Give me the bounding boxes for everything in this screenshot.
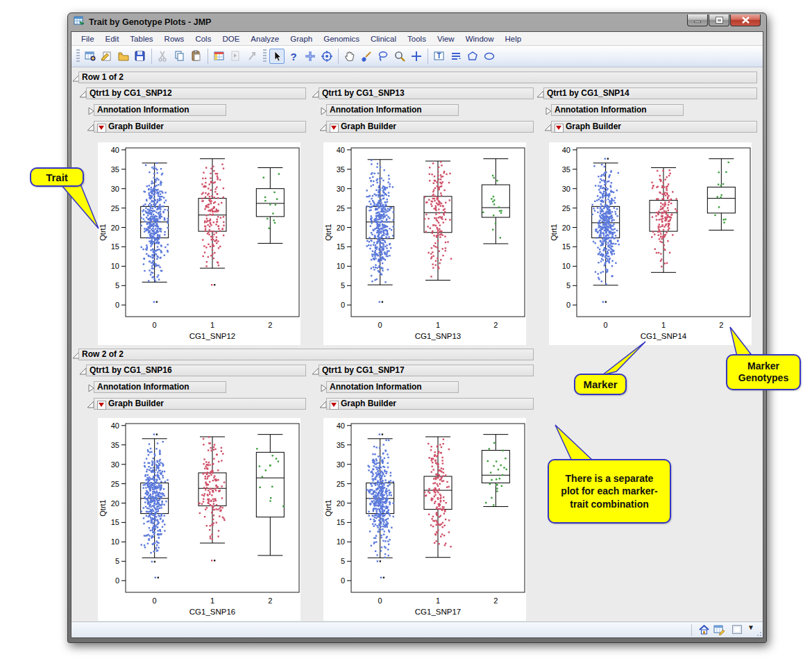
hand-grabber-icon[interactable]	[342, 49, 357, 64]
red-triangle-menu-icon[interactable]	[330, 124, 339, 133]
panel4-title[interactable]: Qtrt1 by CG1_SNP16	[86, 365, 306, 376]
svg-text:2: 2	[493, 321, 498, 329]
svg-text:CG1_SNP14: CG1_SNP14	[641, 332, 687, 340]
menu-cols[interactable]: Cols	[189, 33, 217, 44]
panel2-graph-builder-header[interactable]: Graph Builder	[326, 121, 534, 133]
red-triangle-menu-icon[interactable]	[555, 124, 564, 133]
minimize-button[interactable]	[687, 15, 708, 26]
menu-help[interactable]: Help	[500, 33, 527, 44]
home-icon[interactable]	[698, 624, 710, 638]
boxplot-CG1_SNP12[interactable]: 0510152025303540Qtrt1012CG1_SNP12	[98, 142, 301, 345]
svg-text:Qtrt1: Qtrt1	[550, 224, 558, 240]
svg-text:25: 25	[111, 480, 119, 488]
resize-grip[interactable]	[757, 628, 763, 638]
mover-icon[interactable]	[303, 49, 318, 64]
red-triangle-menu-icon[interactable]	[330, 401, 339, 410]
panel1-title[interactable]: Qtrt1 by CG1_SNP12	[86, 87, 306, 99]
svg-text:CG1_SNP12: CG1_SNP12	[189, 332, 235, 340]
menu-genomics[interactable]: Genomics	[318, 33, 365, 44]
crosshair-icon[interactable]	[409, 49, 424, 64]
brush-icon[interactable]	[359, 49, 374, 64]
window-box-icon[interactable]	[732, 625, 742, 634]
svg-text:40: 40	[111, 146, 119, 154]
menu-window[interactable]: Window	[460, 33, 500, 44]
simple-shape-icon[interactable]	[482, 49, 497, 64]
menu-doe[interactable]: DOE	[217, 33, 245, 44]
svg-text:2: 2	[268, 596, 272, 605]
panel5-annotation-header[interactable]: Annotation Information	[326, 381, 459, 393]
panel5-graph-builder-header[interactable]: Graph Builder	[326, 398, 534, 410]
outline-row1-header[interactable]: Row 1 of 2	[78, 72, 757, 83]
data-grid-icon[interactable]	[212, 49, 227, 64]
svg-text:5: 5	[341, 281, 345, 290]
help-icon[interactable]: ?	[286, 49, 301, 64]
menu-graph[interactable]: Graph	[285, 33, 318, 44]
annotate-text-icon[interactable]: T	[432, 49, 447, 64]
svg-text:10: 10	[111, 262, 119, 270]
arrow-select-icon[interactable]	[269, 49, 285, 64]
panel3-graph-builder-header[interactable]: Graph Builder	[551, 121, 757, 133]
svg-text:35: 35	[337, 441, 345, 449]
title-bar[interactable]: Trait by Genotype Plots - JMP	[68, 13, 766, 31]
close-button[interactable]	[730, 15, 761, 26]
svg-text:40: 40	[337, 421, 345, 430]
dropdown-arrow-icon[interactable]: ▼	[747, 624, 754, 631]
menu-tables[interactable]: Tables	[124, 33, 158, 44]
boxplot-CG1_SNP13[interactable]: 0510152025303540Qtrt1012CG1_SNP13	[323, 142, 526, 345]
menu-edit[interactable]: Edit	[100, 33, 125, 44]
maximize-button[interactable]	[709, 15, 729, 26]
scroller-icon[interactable]	[448, 49, 464, 64]
panel4-graph-builder-header[interactable]: Graph Builder	[94, 398, 306, 410]
play-icon[interactable]	[245, 49, 260, 64]
boxplot-CG1_SNP16[interactable]: 0510152025303540Qtrt1012CG1_SNP16	[98, 418, 301, 621]
panel5-title[interactable]: Qtrt1 by CG1_SNP17	[319, 365, 534, 376]
red-triangle-menu-icon[interactable]	[97, 401, 106, 410]
menu-file[interactable]: File	[76, 33, 100, 44]
svg-text:1: 1	[436, 596, 440, 605]
panel1-graph-builder-header[interactable]: Graph Builder	[94, 121, 306, 133]
svg-text:2: 2	[493, 596, 498, 605]
boxplot-CG1_SNP17[interactable]: 0510152025303540Qtrt1012CG1_SNP17	[323, 418, 526, 621]
menu-clinical[interactable]: Clinical	[365, 33, 402, 44]
panel2-annotation-header[interactable]: Annotation Information	[326, 104, 459, 116]
jmp-app-icon	[74, 15, 85, 29]
svg-text:30: 30	[562, 185, 570, 193]
svg-text:5: 5	[115, 281, 119, 290]
svg-text:2: 2	[719, 321, 723, 329]
menu-analyze[interactable]: Analyze	[245, 33, 285, 44]
svg-text:25: 25	[337, 204, 345, 212]
copy-icon[interactable]	[172, 49, 187, 64]
table-edit-icon[interactable]	[713, 624, 725, 638]
panel3-title[interactable]: Qtrt1 by CG1_SNP14	[543, 87, 757, 99]
panel3-annotation-header[interactable]: Annotation Information	[551, 104, 684, 116]
svg-text:1: 1	[661, 321, 666, 329]
run-script-icon[interactable]	[228, 49, 244, 64]
boxplot-CG1_SNP14[interactable]: 0510152025303540Qtrt1012CG1_SNP14	[549, 142, 752, 345]
svg-text:15: 15	[111, 518, 119, 526]
paste-icon[interactable]	[189, 49, 204, 64]
svg-text:15: 15	[111, 242, 119, 251]
menu-tools[interactable]: Tools	[402, 33, 432, 44]
red-triangle-menu-icon[interactable]	[97, 124, 106, 133]
svg-text:30: 30	[337, 460, 345, 469]
open-folder-icon[interactable]	[116, 49, 131, 64]
menu-view[interactable]: View	[432, 33, 460, 44]
svg-text:15: 15	[337, 518, 345, 526]
magnifier-icon[interactable]	[392, 49, 407, 64]
menu-rows[interactable]: Rows	[159, 33, 190, 44]
svg-text:Qtrt1: Qtrt1	[324, 499, 332, 516]
lasso-icon[interactable]	[375, 49, 391, 64]
polygon-icon[interactable]	[465, 49, 480, 64]
new-journal-icon[interactable]	[99, 49, 115, 64]
new-data-table-icon[interactable]	[83, 49, 98, 64]
panel4-annotation-header[interactable]: Annotation Information	[94, 381, 226, 393]
svg-text:30: 30	[111, 460, 119, 469]
callout-separate-plot: There is a separate plot for each marker…	[548, 459, 671, 524]
svg-text:10: 10	[562, 262, 570, 270]
save-icon[interactable]	[133, 49, 148, 64]
cut-icon[interactable]	[155, 49, 171, 64]
bullseye-icon[interactable]	[319, 49, 335, 64]
panel1-annotation-header[interactable]: Annotation Information	[94, 104, 226, 116]
outline-row2-header[interactable]: Row 2 of 2	[78, 349, 534, 360]
panel2-title[interactable]: Qtrt1 by CG1_SNP13	[319, 87, 534, 99]
